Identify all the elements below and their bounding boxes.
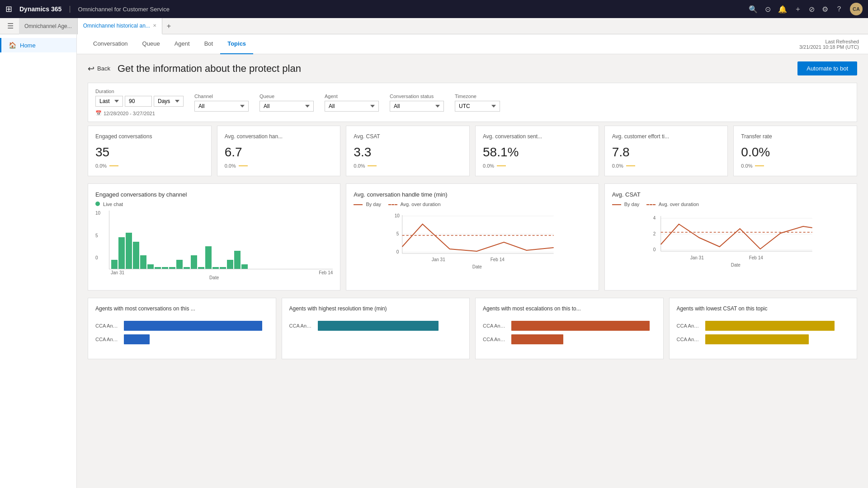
- trend-dash: [755, 165, 764, 166]
- conv-status-label: Conversation status: [390, 94, 444, 99]
- recent-icon[interactable]: ⊙: [765, 5, 771, 14]
- kpi-title: Engaged conversations: [95, 133, 204, 140]
- channel-select[interactable]: All: [194, 101, 249, 112]
- trend-dash: [239, 165, 248, 166]
- queue-filter: Queue All: [259, 94, 314, 112]
- bar: [133, 242, 139, 269]
- bar-row: CCA Anal...: [95, 334, 269, 344]
- chart-title: Agents with most escalations on this to.…: [483, 305, 656, 312]
- bar: [198, 267, 204, 269]
- duration-unit-select[interactable]: Days: [154, 96, 184, 107]
- help-icon[interactable]: ？: [835, 5, 843, 14]
- back-button[interactable]: ↩ Back: [88, 64, 110, 74]
- bar: [155, 267, 161, 269]
- timezone-label: Timezone: [455, 94, 500, 99]
- add-icon[interactable]: ＋: [794, 5, 802, 14]
- chart-legend: Live chat: [95, 202, 333, 207]
- bar: [111, 260, 118, 269]
- duration-type-select[interactable]: Last: [95, 96, 123, 107]
- channel-label: Channel: [194, 94, 249, 99]
- bar: [220, 267, 226, 269]
- filter-icon[interactable]: ⊘: [809, 5, 815, 14]
- kpi-value: 58.1%: [483, 145, 591, 160]
- svg-text:Jan 31: Jan 31: [690, 255, 703, 260]
- avatar[interactable]: CA: [850, 3, 863, 15]
- tab-bot[interactable]: Bot: [197, 34, 221, 54]
- bar: [234, 251, 241, 269]
- bar: [705, 321, 835, 331]
- kpi-title: Avg. conversation sent...: [483, 133, 591, 140]
- tab-topics[interactable]: Topics: [220, 34, 253, 54]
- page-header: ↩ Back Get the information about the pro…: [88, 61, 857, 75]
- bar-label: CCA Anal...: [677, 337, 702, 342]
- bar-row: CCA Anal...: [483, 334, 656, 344]
- trend-dash: [109, 165, 118, 166]
- avg-duration-legend: Avg. over duration: [646, 202, 699, 207]
- tab-label: Omnichannel Age...: [24, 23, 72, 29]
- svg-text:Jan 31: Jan 31: [432, 257, 445, 262]
- legend-dash: [388, 204, 397, 205]
- agent-select[interactable]: All: [325, 101, 379, 112]
- add-tab-icon[interactable]: +: [162, 22, 175, 30]
- top-navigation: ⊞ Dynamics 365 | Omnichannel for Custome…: [0, 0, 868, 18]
- hamburger-icon[interactable]: ☰: [4, 20, 17, 32]
- brand-name: Dynamics 365: [19, 5, 61, 13]
- kpi-value: 3.3: [354, 145, 462, 160]
- tab-omnichannel-age[interactable]: Omnichannel Age...: [19, 18, 78, 34]
- chart-title: Agents with lowest CSAT on this topic: [677, 305, 850, 312]
- queue-select[interactable]: All: [259, 101, 314, 112]
- svg-text:Date: Date: [731, 263, 741, 267]
- bar: [147, 264, 154, 269]
- kpi-value: 35: [95, 145, 204, 160]
- sidebar-item-home[interactable]: 🏠 Home: [0, 38, 76, 52]
- conv-status-select[interactable]: All: [390, 101, 444, 112]
- chart-area: 1050: [95, 211, 333, 283]
- sidebar-item-label: Home: [20, 42, 36, 49]
- kpi-value: 0.0%: [741, 145, 849, 160]
- bar-row: CCA Anal...: [483, 321, 656, 331]
- bar: [140, 255, 146, 269]
- nav-separator: |: [69, 5, 71, 13]
- back-icon: ↩: [88, 64, 94, 74]
- bar: [118, 237, 125, 269]
- settings-icon[interactable]: ⚙: [822, 5, 828, 14]
- notification-icon[interactable]: 🔔: [778, 5, 787, 14]
- svg-text:5: 5: [396, 231, 399, 236]
- legend-dash: [646, 204, 656, 205]
- horiz-bars: CCA Anal... CCA Anal...: [677, 317, 850, 352]
- horiz-bars: CCA Anal...: [289, 317, 462, 338]
- app-grid-icon[interactable]: ⊞: [5, 4, 12, 14]
- bar-label: CCA Anal...: [483, 337, 508, 342]
- chart-title: Agents with most conversations on this .…: [95, 305, 269, 312]
- tab-queue[interactable]: Queue: [135, 34, 167, 54]
- search-icon[interactable]: 🔍: [749, 5, 758, 14]
- automate-to-bot-button[interactable]: Automate to bot: [797, 61, 857, 75]
- bar: [124, 321, 262, 331]
- kpi-customer-effort: Avg. customer effort ti... 7.8 0.0%: [604, 126, 728, 176]
- channel-filter: Channel All: [194, 94, 249, 112]
- chart-title: Avg. CSAT: [612, 191, 849, 198]
- kpi-engaged-conversations: Engaged conversations 35 0.0%: [88, 126, 212, 176]
- charts-row: Engaged conversations by channel Live ch…: [88, 183, 857, 291]
- trend-dash: [626, 165, 635, 166]
- bar: [705, 334, 809, 344]
- avg-csat-chart: Avg. CSAT By day Avg. over duration: [604, 183, 857, 291]
- tab-agent[interactable]: Agent: [167, 34, 197, 54]
- svg-text:0: 0: [396, 249, 399, 254]
- bottom-charts-row: Agents with most conversations on this .…: [88, 298, 857, 359]
- bar: [169, 267, 175, 269]
- duration-input[interactable]: [125, 96, 152, 107]
- bar: [124, 334, 150, 344]
- agents-highest-resolution-chart: Agents with highest resolution time (min…: [282, 298, 470, 359]
- engaged-by-channel-chart: Engaged conversations by channel Live ch…: [88, 183, 340, 291]
- timezone-select[interactable]: UTC: [455, 101, 500, 112]
- horiz-bars: CCA Anal... CCA Anal...: [483, 317, 656, 352]
- chart-legend: By day Avg. over duration: [354, 202, 591, 207]
- x-axis-label: Date: [95, 275, 333, 280]
- kpi-avg-csat: Avg. CSAT 3.3 0.0%: [346, 126, 470, 176]
- close-icon[interactable]: ✕: [153, 23, 156, 28]
- bar: [241, 264, 248, 269]
- tab-omnichannel-historical[interactable]: Omnichannel historical an... ✕: [78, 18, 162, 34]
- bar: [191, 255, 197, 269]
- tab-conversation[interactable]: Conversation: [86, 34, 135, 54]
